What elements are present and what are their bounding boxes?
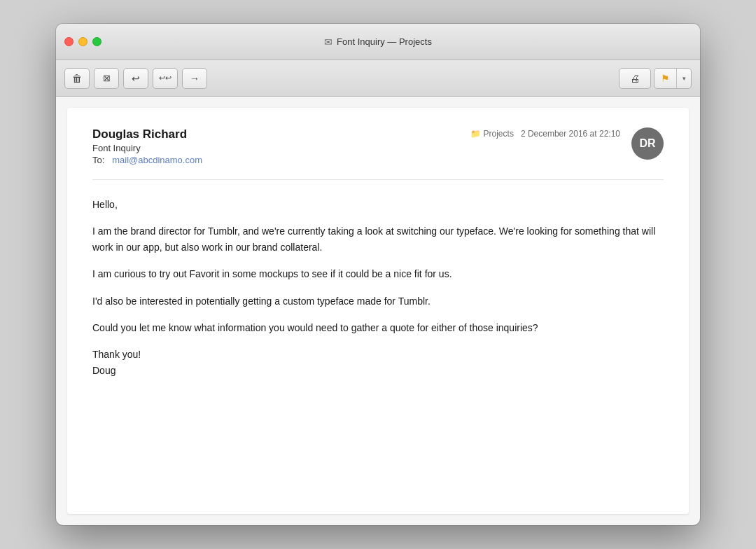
- minimize-button[interactable]: [78, 37, 88, 46]
- trash-icon: 🗑: [72, 73, 82, 84]
- reply-all-button[interactable]: ↩↩: [153, 68, 178, 89]
- reply-button[interactable]: ↩: [123, 68, 148, 89]
- close-button[interactable]: [64, 37, 74, 46]
- envelope-icon: ✉: [324, 36, 332, 48]
- junk-icon: ⊠: [103, 73, 111, 83]
- email-content-area: Douglas Richard Font Inquiry To: mail@ab…: [67, 108, 689, 514]
- mailbox-name: Projects: [484, 129, 514, 139]
- folder-icon: 📁: [470, 129, 481, 139]
- title-bar: ✉ Font Inquiry — Projects: [56, 24, 700, 60]
- print-icon: 🖨: [630, 73, 640, 84]
- mail-window: ✉ Font Inquiry — Projects 🗑 ⊠ ↩ ↩↩ →: [56, 24, 700, 525]
- delete-button[interactable]: 🗑: [64, 68, 90, 89]
- sender-avatar: DR: [631, 127, 664, 160]
- header-divider: [92, 179, 664, 180]
- forward-button[interactable]: →: [182, 68, 207, 89]
- toolbar-group-left: 🗑 ⊠: [64, 68, 119, 89]
- traffic-lights: [64, 37, 102, 46]
- email-to-line: To: mail@abcdinamo.com: [92, 155, 470, 165]
- maximize-button[interactable]: [92, 37, 102, 46]
- window-title-area: ✉ Font Inquiry — Projects: [324, 36, 432, 48]
- body-paragraph-1: Hello,: [92, 197, 664, 212]
- email-header: Douglas Richard Font Inquiry To: mail@ab…: [92, 127, 664, 165]
- body-paragraph-5: Could you let me know what information y…: [92, 320, 664, 335]
- mailbox-label: 📁 Projects: [470, 129, 514, 139]
- toolbar-right: 🖨 ⚑ ▾: [619, 68, 692, 89]
- flag-main-button[interactable]: ⚑: [654, 69, 677, 88]
- forward-icon: →: [190, 73, 200, 84]
- toolbar-group-nav: ↩ ↩↩ →: [123, 68, 207, 89]
- email-header-main: Douglas Richard Font Inquiry To: mail@ab…: [92, 127, 470, 165]
- email-body: Hello, I am the brand director for Tumbl…: [92, 197, 664, 378]
- body-paragraph-6: Thank you!Doug: [92, 347, 664, 378]
- window-title: Font Inquiry — Projects: [337, 36, 432, 47]
- flag-button-group[interactable]: ⚑ ▾: [654, 68, 692, 89]
- to-label: To:: [92, 155, 104, 165]
- to-address[interactable]: mail@abcdinamo.com: [112, 155, 202, 165]
- email-date: 2 December 2016 at 22:10: [521, 129, 620, 139]
- avatar-initials: DR: [639, 137, 655, 150]
- flag-dropdown-button[interactable]: ▾: [677, 69, 691, 88]
- body-paragraph-2: I am the brand director for Tumblr, and …: [92, 223, 664, 255]
- email-subject: Font Inquiry: [92, 143, 470, 153]
- sender-name: Douglas Richard: [92, 127, 470, 141]
- body-paragraph-4: I'd also be interested in potentially ge…: [92, 293, 664, 309]
- toolbar: 🗑 ⊠ ↩ ↩↩ → 🖨 ⚑: [56, 60, 700, 97]
- junk-button[interactable]: ⊠: [94, 68, 119, 89]
- chevron-down-icon: ▾: [682, 75, 686, 82]
- reply-icon: ↩: [132, 73, 140, 84]
- body-paragraph-3: I am curious to try out Favorit in some …: [92, 266, 664, 282]
- print-button[interactable]: 🖨: [619, 68, 651, 89]
- reply-all-icon: ↩↩: [159, 74, 172, 83]
- email-meta: 📁 Projects 2 December 2016 at 22:10: [470, 129, 620, 139]
- flag-icon: ⚑: [661, 73, 670, 84]
